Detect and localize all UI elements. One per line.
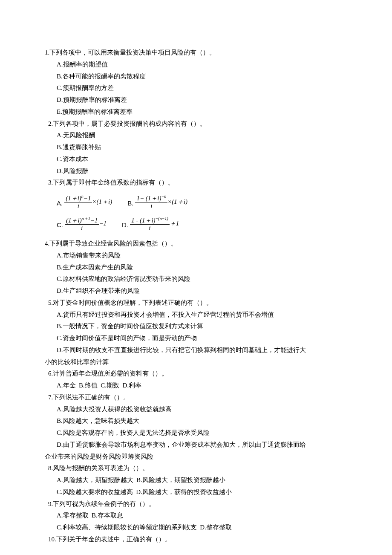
q2-opt-b: B.通货膨胀补贴: [45, 142, 352, 153]
q3-label-d: D.: [122, 219, 128, 232]
q3-formula-a: (1＋i)n−1 i: [64, 194, 92, 210]
q10-stem: 10.下列关于年金的表述中，正确的有（）。: [45, 534, 352, 546]
q4-opt-a: A.市场销售带来的风险: [45, 250, 352, 262]
q5-opt-d-cont: 小的比较和比率的计算: [45, 356, 352, 368]
q3-label-a: A.: [57, 197, 63, 210]
q4-opt-c: C.原材料供应地的政治经济情况变动带来的风险: [45, 273, 352, 285]
q1-stem: 1.下列各项中，可以用来衡量投资决策中项目风险的有（）。: [45, 47, 352, 59]
q5-stem: 5.对于资金时间价值概念的理解，下列表述正确的有（）。: [45, 297, 352, 309]
q7-stem: 7.下列说法不正确的有（）。: [45, 392, 352, 404]
q7-opt-c: C.风险是客观存在的，投资人是无法选择是否承受风险: [45, 427, 352, 439]
q9-stem: 9.下列可视为永续年金例子的有（）。: [45, 498, 352, 510]
q7-opt-d: D.由于通货膨胀会导致市场利息率变动，企业筹资成本就会加大，所以由于通货膨胀而给: [45, 439, 352, 451]
q2-opt-c: C.资本成本: [45, 153, 352, 165]
q5-opt-d: D.不同时期的收支不宜直接进行比较，只有把它们换算到相同的时间基础上，才能进行大: [45, 344, 352, 356]
q5-opt-b: B.一般情况下，资金的时间价值应按复利方式来计算: [45, 321, 352, 332]
q3-label-c: C.: [57, 219, 63, 232]
q6-stem: 6.计算普通年金现值所必需的资料有（）。: [45, 368, 352, 380]
q4-opt-d: D.生产组织不合理带来的风险: [45, 285, 352, 297]
q3-stem: 3.下列属于即付年金终值系数的指标有（）。: [45, 177, 352, 189]
q1-opt-b: B.各种可能的报酬率的离散程度: [45, 71, 352, 83]
q3-formula-b: 1− (1＋i)−n i: [135, 194, 167, 210]
q2-opt-d: D.风险报酬: [45, 165, 352, 177]
q5-opt-a: A.货币只有经过投资和再投资才会增值，不投入生产经营过程的货币不会增值: [45, 309, 352, 321]
q3-formula-row2: C. (1＋i)n＋1−1 i −1 D. 1 - (1＋i)−(n−1) i …: [45, 216, 352, 232]
q3-formula-d: 1 - (1＋i)−(n−1) i: [130, 216, 170, 232]
q7-opt-a: A.风险越大投资人获得的投资收益就越高: [45, 404, 352, 416]
q1-opt-a: A.报酬率的期望值: [45, 59, 352, 71]
q2-opt-a: A.无风险报酬: [45, 130, 352, 142]
q3-formula-c: (1＋i)n＋1−1 i: [65, 216, 99, 232]
q1-opt-d: D.预期报酬率的标准离差: [45, 94, 352, 106]
q8-stem: 8.风险与报酬的关系可表述为（）。: [45, 462, 352, 474]
q8-row2: C.风险越大要求的收益越高 D.风险越大，获得的投资收益越小: [45, 486, 352, 498]
q2-stem: 2.下列各项中，属于必要投资报酬的构成内容的有（）。: [45, 118, 352, 130]
q1-opt-c: C.预期报酬率的方差: [45, 82, 352, 94]
q5-opt-c: C.资金时间价值不是时间的产物，而是劳动的产物: [45, 332, 352, 344]
q8-row1: A.风险越大，期望报酬越大 B.风险越大，期望投资报酬越小: [45, 474, 352, 486]
q6-opts: A.年金 B.终值 C.期数 D.利率: [45, 380, 352, 392]
q3-formula-row1: A. (1＋i)n−1 i ×(1＋i) B. 1− (1＋i)−n i ×(1…: [45, 194, 352, 210]
q7-opt-b: B.风险越大，意味着损失越大: [45, 415, 352, 427]
q3-label-b: B.: [127, 197, 133, 210]
q1-opt-e: E.预期报酬率的标准离差率: [45, 106, 352, 118]
q9-row2: C.利率较高、持续期限较长的等额定期的系列收支 D.整存整取: [45, 522, 352, 534]
q9-row1: A.零存整取 B.存本取息: [45, 510, 352, 522]
q7-opt-d-cont: 企业带来的风险是财务风险即筹资风险: [45, 451, 352, 463]
q4-opt-b: B.生产成本因素产生的风险: [45, 262, 352, 274]
q4-stem: 4.下列属于导致企业经营风险的因素包括（）。: [45, 238, 352, 250]
